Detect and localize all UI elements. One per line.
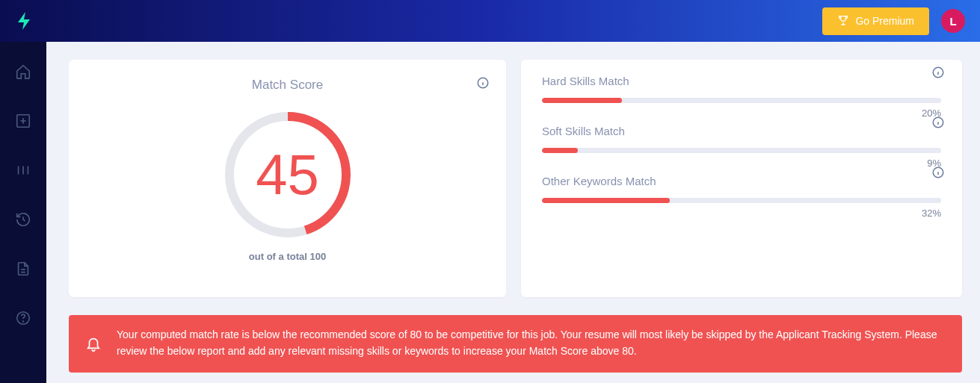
document-icon bbox=[15, 261, 31, 277]
trophy-icon bbox=[837, 14, 849, 28]
warning-text: Your computed match rate is below the re… bbox=[117, 327, 946, 359]
soft-skills-pct: 9% bbox=[542, 158, 941, 169]
svg-point-2 bbox=[23, 321, 24, 322]
avatar-initial: L bbox=[949, 15, 956, 28]
home-icon bbox=[15, 63, 31, 80]
hard-skills-bar bbox=[542, 98, 941, 103]
hard-skills-pct: 20% bbox=[542, 108, 941, 119]
plus-square-icon bbox=[15, 113, 31, 129]
go-premium-label: Go Premium bbox=[855, 15, 914, 27]
warning-banner: Your computed match rate is below the re… bbox=[69, 315, 962, 373]
sidebar bbox=[0, 42, 46, 383]
help-icon bbox=[15, 310, 31, 326]
sidebar-item-history[interactable] bbox=[14, 211, 32, 228]
sidebar-item-home[interactable] bbox=[14, 63, 32, 81]
history-icon bbox=[15, 211, 31, 228]
soft-skills-bar bbox=[542, 148, 941, 153]
soft-skills-info-icon[interactable] bbox=[931, 116, 945, 129]
sidebar-item-columns[interactable] bbox=[14, 161, 32, 179]
match-score-subtitle: out of a total 100 bbox=[249, 251, 326, 262]
metric-soft-skills: Soft Skills Match 9% bbox=[542, 125, 941, 169]
other-keywords-label: Other Keywords Match bbox=[542, 175, 941, 187]
hard-skills-label: Hard Skills Match bbox=[542, 75, 941, 87]
main-content: Match Score 45 out of a total 100 bbox=[46, 42, 980, 383]
other-keywords-pct: 32% bbox=[542, 208, 941, 219]
match-score-info-icon[interactable] bbox=[476, 76, 490, 90]
sidebar-item-document[interactable] bbox=[14, 260, 32, 278]
match-score-ring: 45 bbox=[222, 109, 354, 240]
go-premium-button[interactable]: Go Premium bbox=[822, 7, 929, 35]
bell-icon bbox=[85, 334, 102, 352]
match-score-card: Match Score 45 out of a total 100 bbox=[69, 60, 506, 297]
soft-skills-label: Soft Skills Match bbox=[542, 125, 941, 137]
other-keywords-bar bbox=[542, 198, 941, 203]
app-header: Go Premium L bbox=[0, 0, 980, 42]
skills-metrics-card: Hard Skills Match 20% Soft Skills Match … bbox=[521, 60, 962, 297]
user-avatar[interactable]: L bbox=[941, 9, 965, 33]
metric-other-keywords: Other Keywords Match 32% bbox=[542, 175, 941, 219]
match-score-value: 45 bbox=[256, 146, 319, 203]
columns-icon bbox=[15, 162, 31, 178]
other-keywords-info-icon[interactable] bbox=[931, 166, 945, 179]
match-score-title: Match Score bbox=[90, 78, 485, 93]
metric-hard-skills: Hard Skills Match 20% bbox=[542, 75, 941, 119]
app-logo[interactable] bbox=[15, 10, 33, 31]
sidebar-item-add[interactable] bbox=[14, 112, 32, 130]
hard-skills-info-icon[interactable] bbox=[931, 66, 945, 79]
sidebar-item-help[interactable] bbox=[14, 309, 32, 327]
